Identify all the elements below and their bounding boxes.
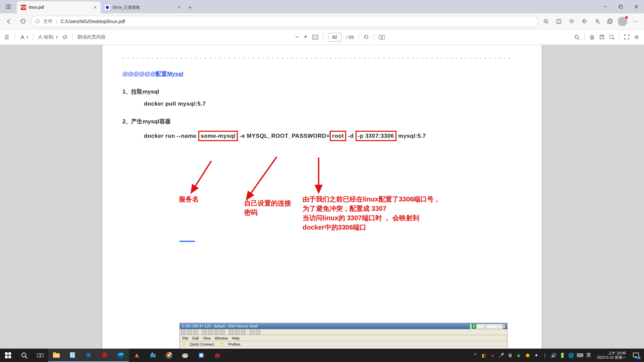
tray-devices-icon[interactable]: 🖥: [507, 352, 513, 358]
url-scheme-label: 文件: [43, 18, 53, 24]
favorites-list-icon[interactable]: [591, 15, 603, 27]
clock[interactable]: 上午 10:06 2023-5-22 星期一: [594, 351, 629, 360]
fit-page-icon[interactable]: [312, 35, 318, 40]
app-icon-2[interactable]: [145, 349, 161, 362]
app-icon-3[interactable]: [193, 349, 209, 362]
fullscreen-icon[interactable]: [624, 35, 629, 40]
site-info-icon[interactable]: ⓘ: [35, 18, 40, 24]
ssh-menubar: File Edit View Window Help: [180, 335, 507, 341]
zoom-icon[interactable]: [540, 15, 552, 27]
paint-icon[interactable]: [177, 349, 193, 362]
svg-rect-45: [41, 354, 43, 357]
notifications-button[interactable]: 3: [631, 351, 641, 360]
start-button[interactable]: [0, 349, 16, 362]
svg-rect-31: [600, 35, 604, 39]
tray-app3-icon[interactable]: ✦: [533, 352, 539, 358]
more-menu-icon[interactable]: ⋯: [629, 15, 641, 27]
page-view-icon[interactable]: [379, 35, 385, 40]
settings-icon[interactable]: [634, 35, 639, 40]
tab-baidu-search[interactable]: force_百度搜索 ×: [101, 1, 184, 13]
svg-rect-1: [9, 5, 10, 9]
tray-app-icon[interactable]: ◧: [481, 352, 487, 358]
svg-line-27: [578, 38, 579, 40]
save-icon[interactable]: [599, 35, 604, 40]
extensions-icon[interactable]: [578, 15, 590, 27]
explorer-icon[interactable]: [48, 349, 64, 362]
annotation-service-name: 服务名: [179, 194, 199, 204]
search-icon[interactable]: [574, 35, 580, 40]
svg-rect-4: [620, 6, 623, 8]
tray-record-icon[interactable]: ●: [490, 352, 496, 358]
close-window-button[interactable]: [629, 0, 644, 13]
svg-rect-24: [379, 35, 381, 39]
notepad-icon[interactable]: T: [64, 349, 80, 362]
favorite-icon[interactable]: [566, 15, 578, 27]
bluetooth-icon[interactable]: ᛒ: [542, 352, 548, 358]
network-icon[interactable]: 🌐: [568, 352, 574, 358]
chrome-icon[interactable]: [161, 349, 177, 362]
svg-rect-21: [63, 35, 67, 39]
collections-icon[interactable]: [604, 15, 616, 27]
box-root-password: root: [330, 131, 346, 141]
close-icon[interactable]: ×: [94, 5, 97, 10]
search-button[interactable]: [16, 349, 32, 362]
keyboard-icon[interactable]: ⌨: [577, 352, 583, 358]
edge-icon[interactable]: [113, 349, 129, 362]
tab-linux-pdf[interactable]: PDF linux.pdf ×: [17, 1, 101, 13]
save-as-icon[interactable]: [609, 35, 614, 40]
tray-app2-icon[interactable]: ◆: [516, 352, 522, 358]
time-text: 上午 10:06: [597, 351, 626, 355]
step-1: 1、拉取mysql: [122, 87, 522, 96]
box-container-name: some-mysql: [198, 131, 238, 141]
url-input[interactable]: ⓘ 文件 | C:/Users/MG/Desktop/linux.pdf: [31, 16, 538, 27]
zoom-in-button[interactable]: +: [304, 33, 308, 41]
read-aloud-button[interactable]: 朗读此页内容: [77, 34, 106, 40]
pdf-icon: PDF: [21, 5, 26, 10]
ssh-quickbar: ⚡Quick Connect 📁Profiles: [180, 341, 507, 347]
address-bar: ⓘ 文件 | C:/Users/MG/Desktop/linux.pdf ⋯: [0, 13, 644, 29]
svg-rect-41: [8, 356, 11, 358]
tray-vpn-icon[interactable]: ⬢: [525, 352, 531, 358]
rotate-icon[interactable]: [364, 35, 369, 40]
maximize-button[interactable]: [613, 0, 629, 13]
record-icon[interactable]: [97, 349, 113, 362]
profiles-label: Profiles: [228, 342, 240, 346]
svg-line-35: [191, 161, 211, 193]
profile-button[interactable]: [616, 15, 629, 27]
pdf-viewer[interactable]: - - - - - - - - - - - - - - - - - - - - …: [0, 45, 644, 349]
volume-icon[interactable]: 🔊: [551, 352, 557, 358]
app-icon-4[interactable]: [209, 349, 225, 362]
refresh-button[interactable]: [17, 15, 29, 27]
ime-indicator[interactable]: 英: [586, 352, 592, 358]
annotation-password: 自己设置的连接 密码: [244, 198, 291, 217]
tray-chevron-icon[interactable]: ⌄: [472, 352, 478, 358]
contents-icon[interactable]: [5, 35, 10, 40]
tab-title: force_百度搜索: [113, 5, 140, 10]
reader-icon[interactable]: [553, 15, 565, 27]
svg-rect-65: [215, 354, 220, 358]
menu-window: Window: [215, 336, 228, 340]
erase-tool[interactable]: [62, 35, 68, 40]
highlight-tool[interactable]: ▾: [20, 35, 28, 40]
command-pull: docker pull mysql:5.7: [144, 100, 522, 108]
windows-taskbar: T ⌄ ◧ ● 🎤 🖥 ◆ ⬢ ✦ ᛒ 🔊 🔋 🌐 ⌨ 英 上午 10:06 2…: [0, 349, 644, 362]
browser-tab-bar: PDF linux.pdf × force_百度搜索 × +: [0, 0, 644, 13]
ssh-titlebar: 2:192.168.47.128 - default - SSH Secure …: [180, 323, 507, 329]
tray-mic-icon[interactable]: 🎤: [498, 352, 504, 358]
back-button[interactable]: [3, 15, 15, 27]
svg-line-8: [547, 22, 548, 24]
vmware-icon[interactable]: [80, 349, 97, 362]
page-number-input[interactable]: [328, 33, 341, 42]
close-icon[interactable]: ×: [178, 5, 180, 10]
zoom-out-button[interactable]: −: [295, 33, 299, 41]
task-view-button[interactable]: [32, 349, 48, 362]
battery-icon[interactable]: 🔋: [559, 352, 566, 358]
draw-tool[interactable]: 绘制▾: [38, 34, 58, 40]
app-icon-1[interactable]: [129, 349, 145, 362]
svg-rect-39: [8, 352, 11, 355]
print-icon[interactable]: [589, 35, 595, 40]
new-tab-button[interactable]: +: [184, 2, 196, 13]
sogou-icon: S: [472, 324, 476, 329]
tab-actions-button[interactable]: [0, 0, 17, 13]
minimize-button[interactable]: [598, 0, 613, 13]
